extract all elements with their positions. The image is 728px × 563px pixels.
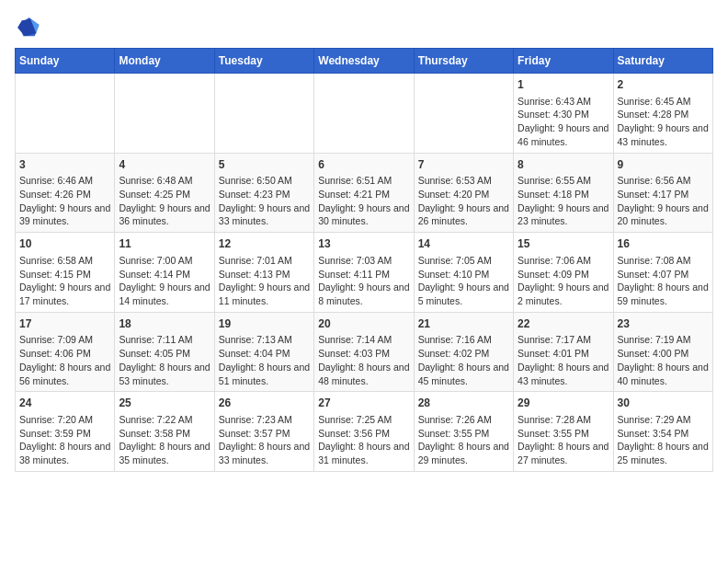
day-number: 30 — [618, 396, 709, 411]
day-info: Sunrise: 6:56 AM Sunset: 4:17 PM Dayligh… — [618, 174, 709, 228]
calendar-cell: 7Sunrise: 6:53 AM Sunset: 4:20 PM Daylig… — [414, 153, 513, 233]
calendar-cell: 11Sunrise: 7:00 AM Sunset: 4:14 PM Dayli… — [115, 233, 214, 313]
day-number: 10 — [19, 236, 110, 252]
day-number: 14 — [418, 236, 509, 252]
day-info: Sunrise: 7:09 AM Sunset: 4:06 PM Dayligh… — [19, 333, 110, 387]
day-number: 7 — [418, 157, 509, 173]
day-number: 26 — [219, 396, 310, 411]
day-info: Sunrise: 7:05 AM Sunset: 4:10 PM Dayligh… — [418, 254, 509, 308]
calendar-cell: 14Sunrise: 7:05 AM Sunset: 4:10 PM Dayli… — [414, 233, 513, 313]
column-header-saturday: Saturday — [613, 49, 712, 74]
day-info: Sunrise: 7:08 AM Sunset: 4:07 PM Dayligh… — [618, 254, 709, 308]
calendar-cell: 6Sunrise: 6:51 AM Sunset: 4:21 PM Daylig… — [314, 153, 414, 233]
calendar-cell: 18Sunrise: 7:11 AM Sunset: 4:05 PM Dayli… — [115, 312, 214, 392]
calendar-cell — [214, 74, 313, 154]
calendar-week-row: 10Sunrise: 6:58 AM Sunset: 4:15 PM Dayli… — [16, 233, 713, 313]
calendar-cell — [115, 74, 214, 154]
day-info: Sunrise: 7:23 AM Sunset: 3:57 PM Dayligh… — [219, 413, 310, 467]
day-info: Sunrise: 7:06 AM Sunset: 4:09 PM Dayligh… — [518, 254, 609, 308]
day-number: 6 — [318, 157, 409, 173]
calendar-cell: 24Sunrise: 7:20 AM Sunset: 3:59 PM Dayli… — [16, 392, 115, 472]
calendar-cell: 4Sunrise: 6:48 AM Sunset: 4:25 PM Daylig… — [115, 153, 214, 233]
logo — [15, 15, 44, 40]
day-info: Sunrise: 7:01 AM Sunset: 4:13 PM Dayligh… — [219, 254, 310, 308]
calendar-cell: 13Sunrise: 7:03 AM Sunset: 4:11 PM Dayli… — [314, 233, 414, 313]
day-info: Sunrise: 7:14 AM Sunset: 4:03 PM Dayligh… — [318, 333, 409, 387]
day-info: Sunrise: 7:17 AM Sunset: 4:01 PM Dayligh… — [518, 333, 609, 387]
day-number: 5 — [219, 157, 310, 173]
calendar-cell: 23Sunrise: 7:19 AM Sunset: 4:00 PM Dayli… — [613, 312, 712, 392]
day-number: 8 — [518, 157, 609, 173]
day-info: Sunrise: 6:53 AM Sunset: 4:20 PM Dayligh… — [418, 174, 509, 228]
day-number: 17 — [19, 316, 110, 332]
calendar-cell: 1Sunrise: 6:43 AM Sunset: 4:30 PM Daylig… — [514, 74, 613, 154]
calendar-cell — [16, 74, 115, 154]
calendar-cell: 27Sunrise: 7:25 AM Sunset: 3:56 PM Dayli… — [314, 392, 414, 472]
day-number: 2 — [618, 77, 709, 93]
calendar-cell: 12Sunrise: 7:01 AM Sunset: 4:13 PM Dayli… — [214, 233, 313, 313]
day-number: 21 — [418, 316, 509, 332]
day-number: 9 — [618, 157, 709, 173]
calendar-week-row: 1Sunrise: 6:43 AM Sunset: 4:30 PM Daylig… — [16, 74, 713, 154]
column-header-friday: Friday — [514, 49, 613, 74]
day-info: Sunrise: 6:55 AM Sunset: 4:18 PM Dayligh… — [518, 174, 609, 228]
day-number: 22 — [518, 316, 609, 332]
calendar-cell: 25Sunrise: 7:22 AM Sunset: 3:58 PM Dayli… — [115, 392, 214, 472]
day-number: 27 — [318, 396, 409, 411]
day-number: 29 — [518, 396, 609, 411]
calendar-cell: 3Sunrise: 6:46 AM Sunset: 4:26 PM Daylig… — [16, 153, 115, 233]
day-number: 19 — [219, 316, 310, 332]
day-number: 28 — [418, 396, 509, 411]
day-info: Sunrise: 6:45 AM Sunset: 4:28 PM Dayligh… — [618, 95, 709, 149]
column-header-wednesday: Wednesday — [314, 49, 414, 74]
day-info: Sunrise: 7:11 AM Sunset: 4:05 PM Dayligh… — [119, 333, 210, 387]
calendar-cell: 21Sunrise: 7:16 AM Sunset: 4:02 PM Dayli… — [414, 312, 513, 392]
column-header-thursday: Thursday — [414, 49, 513, 74]
calendar-header-row: SundayMondayTuesdayWednesdayThursdayFrid… — [16, 49, 713, 74]
calendar-cell: 22Sunrise: 7:17 AM Sunset: 4:01 PM Dayli… — [514, 312, 613, 392]
day-info: Sunrise: 7:29 AM Sunset: 3:54 PM Dayligh… — [618, 413, 709, 467]
day-info: Sunrise: 7:28 AM Sunset: 3:55 PM Dayligh… — [518, 413, 609, 467]
day-info: Sunrise: 7:22 AM Sunset: 3:58 PM Dayligh… — [119, 413, 210, 467]
page-header — [15, 15, 713, 40]
calendar-week-row: 24Sunrise: 7:20 AM Sunset: 3:59 PM Dayli… — [16, 392, 713, 472]
day-info: Sunrise: 7:20 AM Sunset: 3:59 PM Dayligh… — [19, 413, 110, 467]
column-header-monday: Monday — [115, 49, 214, 74]
calendar-cell: 17Sunrise: 7:09 AM Sunset: 4:06 PM Dayli… — [16, 312, 115, 392]
calendar-cell: 8Sunrise: 6:55 AM Sunset: 4:18 PM Daylig… — [514, 153, 613, 233]
calendar-cell: 28Sunrise: 7:26 AM Sunset: 3:55 PM Dayli… — [414, 392, 513, 472]
day-info: Sunrise: 6:58 AM Sunset: 4:15 PM Dayligh… — [19, 254, 110, 308]
column-header-tuesday: Tuesday — [214, 49, 313, 74]
day-info: Sunrise: 7:26 AM Sunset: 3:55 PM Dayligh… — [418, 413, 509, 467]
day-number: 18 — [119, 316, 210, 332]
calendar-cell: 29Sunrise: 7:28 AM Sunset: 3:55 PM Dayli… — [514, 392, 613, 472]
day-info: Sunrise: 6:46 AM Sunset: 4:26 PM Dayligh… — [19, 174, 110, 228]
calendar-cell: 16Sunrise: 7:08 AM Sunset: 4:07 PM Dayli… — [613, 233, 712, 313]
calendar-cell: 30Sunrise: 7:29 AM Sunset: 3:54 PM Dayli… — [613, 392, 712, 472]
calendar-cell: 20Sunrise: 7:14 AM Sunset: 4:03 PM Dayli… — [314, 312, 414, 392]
calendar-cell: 2Sunrise: 6:45 AM Sunset: 4:28 PM Daylig… — [613, 74, 712, 154]
logo-icon — [15, 15, 40, 40]
day-info: Sunrise: 6:51 AM Sunset: 4:21 PM Dayligh… — [318, 174, 409, 228]
day-number: 23 — [618, 316, 709, 332]
day-info: Sunrise: 6:48 AM Sunset: 4:25 PM Dayligh… — [119, 174, 210, 228]
calendar-week-row: 17Sunrise: 7:09 AM Sunset: 4:06 PM Dayli… — [16, 312, 713, 392]
day-number: 25 — [119, 396, 210, 411]
day-number: 1 — [518, 77, 609, 93]
day-number: 16 — [618, 236, 709, 252]
calendar-week-row: 3Sunrise: 6:46 AM Sunset: 4:26 PM Daylig… — [16, 153, 713, 233]
day-info: Sunrise: 7:25 AM Sunset: 3:56 PM Dayligh… — [318, 413, 409, 467]
calendar-cell: 26Sunrise: 7:23 AM Sunset: 3:57 PM Dayli… — [214, 392, 313, 472]
day-info: Sunrise: 7:00 AM Sunset: 4:14 PM Dayligh… — [119, 254, 210, 308]
calendar-table: SundayMondayTuesdayWednesdayThursdayFrid… — [15, 48, 713, 472]
calendar-cell: 9Sunrise: 6:56 AM Sunset: 4:17 PM Daylig… — [613, 153, 712, 233]
day-number: 24 — [19, 396, 110, 411]
day-number: 11 — [119, 236, 210, 252]
day-number: 4 — [119, 157, 210, 173]
day-info: Sunrise: 7:19 AM Sunset: 4:00 PM Dayligh… — [618, 333, 709, 387]
calendar-cell: 15Sunrise: 7:06 AM Sunset: 4:09 PM Dayli… — [514, 233, 613, 313]
day-number: 12 — [219, 236, 310, 252]
day-number: 13 — [318, 236, 409, 252]
day-info: Sunrise: 7:03 AM Sunset: 4:11 PM Dayligh… — [318, 254, 409, 308]
calendar-cell — [314, 74, 414, 154]
